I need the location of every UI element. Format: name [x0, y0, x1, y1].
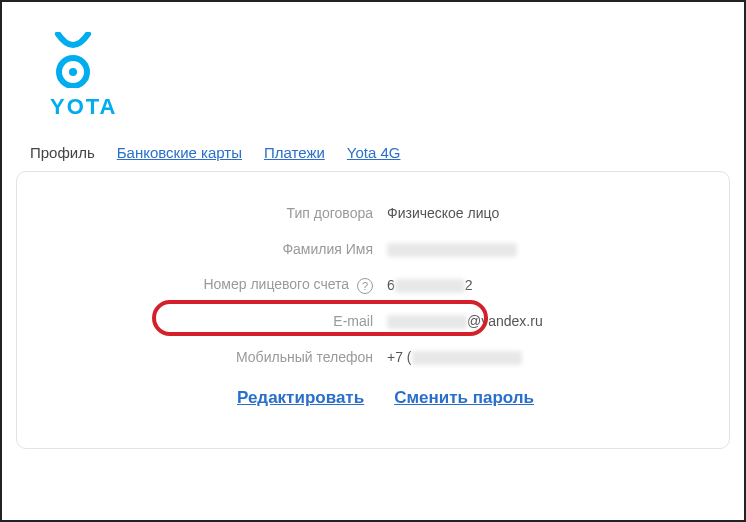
label-phone: Мобильный телефон [57, 349, 387, 365]
tab-payments[interactable]: Платежи [264, 144, 325, 161]
svg-point-1 [69, 68, 77, 76]
tab-profile[interactable]: Профиль [30, 144, 95, 161]
row-full-name: Фамилия Имя [57, 238, 689, 260]
yota-logo-icon [50, 32, 96, 88]
brand-name: YOTA [50, 94, 744, 120]
value-phone: +7 ( [387, 349, 689, 365]
phone-prefix: +7 ( [387, 349, 412, 365]
value-account-number: 62 [387, 277, 689, 293]
label-account-number-text: Номер лицевого счета [203, 276, 349, 292]
profile-panel: Тип договора Физическое лицо Фамилия Имя… [16, 171, 730, 449]
label-contract-type: Тип договора [57, 205, 387, 221]
row-phone: Мобильный телефон +7 ( [57, 346, 689, 368]
row-contract-type: Тип договора Физическое лицо [57, 202, 689, 224]
hidden-text [387, 315, 467, 329]
value-full-name [387, 241, 689, 257]
edit-link[interactable]: Редактировать [237, 388, 364, 408]
change-password-link[interactable]: Сменить пароль [394, 388, 534, 408]
brand-logo: YOTA [50, 32, 744, 120]
hidden-text [395, 279, 465, 293]
hidden-text [387, 243, 517, 257]
account-number-prefix: 6 [387, 277, 395, 293]
help-icon[interactable]: ? [357, 278, 373, 294]
account-number-suffix: 2 [465, 277, 473, 293]
row-account-number: Номер лицевого счета ? 62 [57, 274, 689, 296]
label-account-number: Номер лицевого счета ? [57, 276, 387, 293]
tab-yota-4g[interactable]: Yota 4G [347, 144, 401, 161]
email-domain: @yandex.ru [467, 313, 543, 329]
label-full-name: Фамилия Имя [57, 241, 387, 257]
value-email: @yandex.ru [387, 313, 689, 329]
row-email: E-mail @yandex.ru [57, 310, 689, 332]
label-email: E-mail [57, 313, 387, 329]
value-contract-type: Физическое лицо [387, 205, 689, 221]
tab-bank-cards[interactable]: Банковские карты [117, 144, 242, 161]
tab-bar: Профиль Банковские карты Платежи Yota 4G [30, 144, 744, 161]
hidden-text [412, 351, 522, 365]
profile-actions: Редактировать Сменить пароль [57, 388, 689, 408]
